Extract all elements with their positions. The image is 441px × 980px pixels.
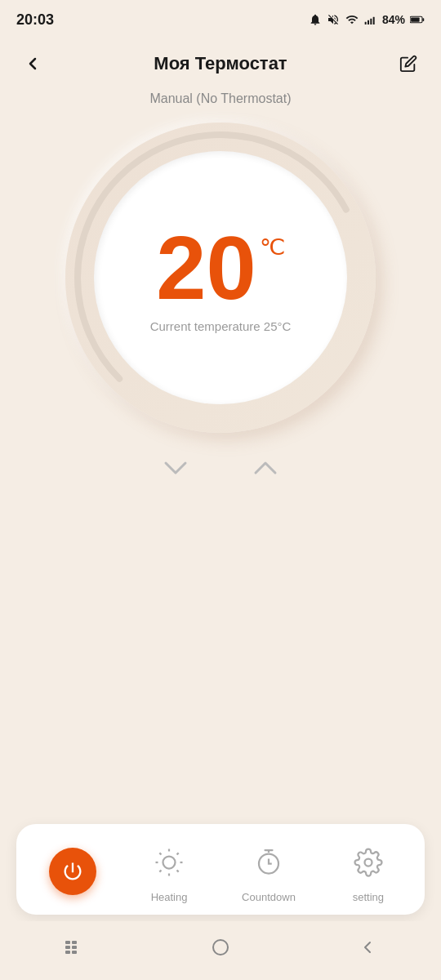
- countdown-label: Countdown: [242, 891, 296, 903]
- thermostat-outer-ring: 20 ℃ Current temperature 25°C: [65, 122, 376, 433]
- power-icon: [61, 860, 84, 883]
- status-icons: 84%: [309, 13, 425, 26]
- svg-line-16: [159, 871, 161, 872]
- svg-rect-2: [370, 19, 372, 24]
- svg-line-17: [177, 853, 179, 854]
- svg-line-13: [177, 871, 179, 872]
- countdown-icon: [254, 848, 283, 877]
- svg-rect-20: [65, 941, 70, 944]
- svg-rect-1: [368, 20, 369, 24]
- svg-point-19: [364, 859, 372, 866]
- wifi-icon: [345, 13, 359, 26]
- mode-subtitle: Manual (No Thermostat): [0, 91, 441, 106]
- thermostat-dial[interactable]: 20 ℃ Current temperature 25°C: [65, 122, 376, 433]
- nav-circle-icon: [211, 938, 230, 957]
- setting-label: setting: [353, 891, 384, 903]
- heating-label: Heating: [151, 891, 188, 903]
- decrease-button[interactable]: [155, 448, 196, 488]
- nav-back-icon: [358, 938, 377, 957]
- signal-icon: [364, 13, 377, 26]
- svg-rect-3: [373, 17, 375, 24]
- svg-rect-21: [72, 941, 77, 944]
- back-button[interactable]: [16, 47, 49, 80]
- edit-button[interactable]: [392, 47, 425, 80]
- status-time: 20:03: [16, 11, 54, 29]
- nav-menu-icon: [63, 939, 84, 956]
- svg-rect-0: [365, 22, 367, 24]
- svg-line-12: [159, 853, 161, 854]
- status-bar: 20:03 84%: [0, 0, 441, 39]
- heating-icon: [154, 848, 184, 877]
- temperature-unit: ℃: [260, 236, 285, 259]
- temperature-display: 20 ℃: [156, 223, 284, 313]
- svg-rect-5: [422, 18, 424, 21]
- increase-button[interactable]: [245, 448, 286, 488]
- navigation-bar: [0, 921, 441, 980]
- settings-icon: [354, 848, 383, 877]
- heating-panel-item[interactable]: Heating: [145, 839, 193, 903]
- set-temperature: 20: [156, 223, 256, 313]
- main-content: 20 ℃ Current temperature 25°C: [0, 114, 441, 497]
- thermostat-inner-circle: 20 ℃ Current temperature 25°C: [94, 151, 347, 404]
- countdown-panel-item[interactable]: Countdown: [242, 839, 296, 903]
- nav-back-button[interactable]: [343, 931, 392, 964]
- header: Моя Термостат: [0, 39, 441, 88]
- power-panel-item[interactable]: [49, 848, 96, 895]
- svg-rect-24: [65, 951, 70, 954]
- current-temperature: Current temperature 25°C: [150, 319, 292, 333]
- setting-panel-item[interactable]: setting: [345, 839, 392, 903]
- svg-rect-23: [72, 946, 77, 949]
- svg-rect-22: [65, 946, 70, 949]
- svg-point-26: [213, 940, 228, 955]
- svg-rect-6: [411, 17, 420, 21]
- page-title: Моя Термостат: [49, 53, 392, 74]
- countdown-icon-wrap: [245, 839, 292, 886]
- power-button[interactable]: [49, 848, 96, 895]
- svg-point-9: [163, 857, 176, 869]
- temperature-controls: [155, 448, 286, 488]
- battery-level: 84%: [382, 13, 405, 26]
- setting-icon-wrap: [345, 839, 392, 886]
- bottom-panel: Heating Countdown setting: [16, 824, 425, 915]
- mute-icon: [327, 13, 340, 26]
- heating-icon-wrap: [145, 839, 193, 886]
- nav-home-button[interactable]: [196, 931, 245, 964]
- alarm-icon: [309, 13, 322, 26]
- nav-menu-button[interactable]: [49, 931, 98, 964]
- svg-rect-25: [72, 951, 77, 954]
- battery-icon: [410, 15, 425, 24]
